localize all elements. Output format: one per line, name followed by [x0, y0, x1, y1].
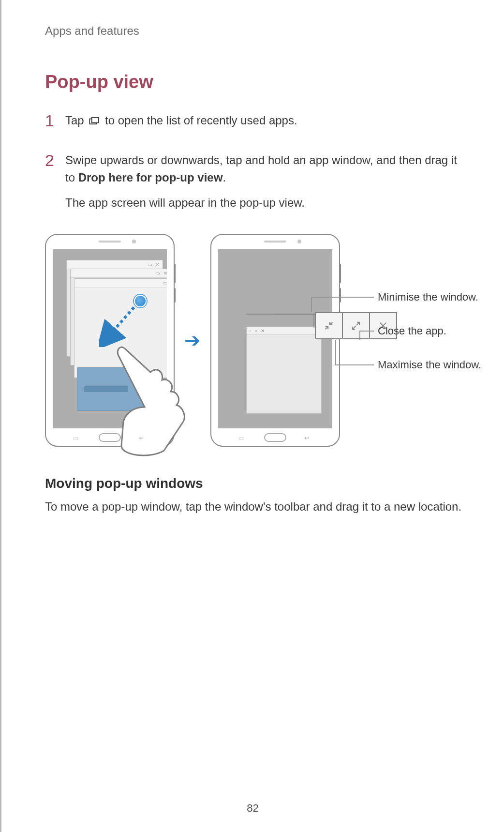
device-after: ▫ ▫ ✕ ▭ ↩ — [210, 234, 340, 447]
figure: ▭✕ ▭✕ ▭✕ ▭ ↩ ➔ ▫ — [45, 234, 465, 447]
callout-line — [359, 331, 360, 340]
section-title: Pop-up view — [45, 72, 465, 92]
recent-softkey-icon: ▭ — [73, 435, 81, 439]
step-number: 1 — [45, 112, 57, 137]
callout-close: Close the app. — [378, 325, 446, 337]
back-softkey-icon: ↩ — [304, 435, 312, 439]
body-paragraph: To move a pop-up window, tap the window'… — [45, 498, 465, 515]
back-softkey-icon: ↩ — [139, 435, 147, 439]
callout-line — [311, 297, 312, 312]
device-side-button — [174, 264, 176, 283]
step-2-bold: Drop here for pop-up view — [78, 171, 223, 184]
device-side-button — [339, 264, 341, 283]
step-2-line1b: . — [222, 171, 226, 184]
home-button-icon — [99, 433, 121, 442]
recent-apps-icon — [89, 112, 100, 120]
callout-line — [335, 340, 336, 364]
step-2-line2: The app screen will appear in the pop-up… — [65, 194, 465, 212]
svg-rect-1 — [92, 118, 99, 123]
device-camera — [297, 240, 301, 243]
callout-line — [335, 364, 374, 365]
device-speaker — [99, 241, 121, 242]
recent-softkey-icon: ▭ — [238, 435, 246, 439]
callout-line — [359, 331, 374, 332]
device-before: ▭✕ ▭✕ ▭✕ ▭ ↩ — [45, 234, 175, 447]
callout-maximise: Maximise the window. — [378, 359, 481, 371]
callout-minimise: Minimise the window. — [378, 291, 478, 303]
callout-line — [311, 297, 374, 298]
step-1: 1 Tap to open the list of recently used … — [45, 112, 465, 137]
device-side-button — [339, 288, 341, 303]
subheading: Moving pop-up windows — [45, 476, 465, 491]
page-number: 82 — [247, 802, 258, 815]
device-speaker — [264, 241, 286, 242]
callouts: Minimise the window. Close the app. Maxi… — [355, 234, 465, 447]
step-2: 2 Swipe upwards or downwards, tap and ho… — [45, 151, 465, 219]
step-number: 2 — [45, 151, 57, 219]
home-button-icon — [264, 433, 286, 442]
step-1-text-pre: Tap — [65, 114, 87, 127]
device-side-button — [174, 288, 176, 303]
device-camera — [132, 240, 136, 243]
breadcrumb: Apps and features — [45, 24, 465, 38]
minimise-icon — [316, 313, 343, 338]
step-1-text-post: to open the list of recently used apps. — [105, 114, 297, 127]
